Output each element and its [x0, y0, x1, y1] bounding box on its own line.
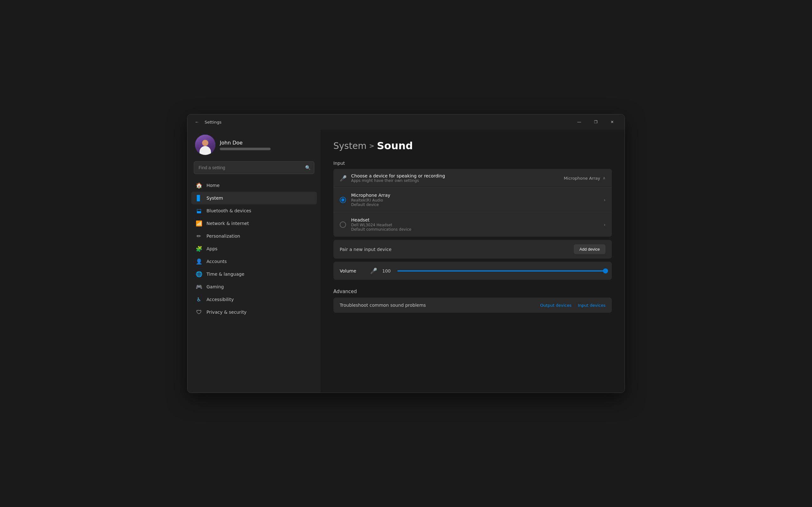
- chevron-up-icon: ∧: [603, 176, 606, 180]
- bluetooth-icon: ⬓: [196, 208, 202, 214]
- device-microphone-default: Default device: [351, 203, 599, 207]
- volume-card: Volume 🎤 100: [334, 262, 612, 280]
- breadcrumb-parent: System: [334, 141, 366, 151]
- device-headset-name: Headset: [351, 217, 599, 222]
- device-row-microphone[interactable]: Microphone Array Realtek(R) Audio Defaul…: [334, 187, 612, 212]
- back-button[interactable]: ←: [193, 118, 201, 126]
- output-devices-link[interactable]: Output devices: [540, 303, 571, 308]
- volume-value: 100: [382, 268, 392, 274]
- chevron-right-icon-mic: ›: [604, 198, 606, 203]
- accessibility-icon: ♿: [196, 296, 202, 302]
- settings-window: ← Settings — ❐ ✕: [187, 114, 625, 393]
- search-box: 🔍: [194, 161, 314, 174]
- title-bar-left: ← Settings: [193, 118, 568, 126]
- sidebar-item-accounts[interactable]: 👤 Accounts: [191, 255, 317, 268]
- sidebar-label-time: Time & language: [206, 272, 244, 277]
- sidebar-item-home[interactable]: 🏠 Home: [191, 179, 317, 192]
- title-bar: ← Settings — ❐ ✕: [188, 114, 624, 130]
- chevron-right-icon-headset: ›: [604, 222, 606, 227]
- volume-slider-track[interactable]: [397, 270, 606, 272]
- input-header-subtitle: Apps might have their own settings: [351, 178, 559, 183]
- input-section-label: Input: [334, 161, 612, 166]
- sidebar-label-system: System: [206, 195, 223, 201]
- pair-row: Pair a new input device Add device: [334, 240, 612, 259]
- sidebar-label-accounts: Accounts: [206, 259, 227, 264]
- device-microphone-info: Microphone Array Realtek(R) Audio Defaul…: [351, 193, 599, 207]
- avatar-image: [195, 135, 215, 155]
- input-devices-link[interactable]: Input devices: [578, 303, 606, 308]
- minimize-button[interactable]: —: [572, 117, 587, 127]
- network-icon: 📶: [196, 220, 202, 227]
- sidebar-label-accessibility: Accessibility: [206, 297, 234, 302]
- troubleshoot-card: Troubleshoot common sound problems Outpu…: [334, 297, 612, 313]
- breadcrumb-current: Sound: [377, 140, 413, 152]
- title-controls: — ❐ ✕: [572, 117, 619, 127]
- home-icon: 🏠: [196, 182, 202, 188]
- sidebar-label-bluetooth: Bluetooth & devices: [206, 208, 251, 213]
- close-button[interactable]: ✕: [605, 117, 619, 127]
- advanced-section-label: Advanced: [334, 289, 612, 294]
- sidebar-item-network[interactable]: 📶 Network & internet: [191, 217, 317, 230]
- radio-microphone[interactable]: [340, 197, 346, 203]
- breadcrumb: System > Sound: [334, 140, 612, 152]
- system-icon: ▊: [196, 195, 202, 201]
- window-title: Settings: [205, 120, 221, 124]
- restore-button[interactable]: ❐: [589, 117, 603, 127]
- volume-microphone-icon: 🎤: [370, 268, 377, 274]
- volume-slider-fill: [397, 270, 606, 272]
- user-account-bar: [220, 148, 270, 150]
- device-headset-info: Headset Dell WL3024 Headset Default comm…: [351, 217, 599, 232]
- avatar: [195, 135, 215, 155]
- input-header-row[interactable]: 🎤 Choose a device for speaking or record…: [334, 169, 612, 187]
- sidebar-item-apps[interactable]: 🧩 Apps: [191, 242, 317, 255]
- gaming-icon: 🎮: [196, 284, 202, 290]
- sidebar-label-privacy: Privacy & security: [206, 309, 247, 315]
- sidebar-item-accessibility[interactable]: ♿ Accessibility: [191, 293, 317, 306]
- time-icon: 🌐: [196, 271, 202, 277]
- sidebar-item-gaming[interactable]: 🎮 Gaming: [191, 280, 317, 293]
- device-headset-subtitle: Dell WL3024 Headset: [351, 223, 599, 227]
- device-row-headset[interactable]: Headset Dell WL3024 Headset Default comm…: [334, 212, 612, 237]
- personalization-icon: ✏️: [196, 233, 202, 239]
- pair-label: Pair a new input device: [340, 247, 392, 252]
- sidebar-item-time[interactable]: 🌐 Time & language: [191, 268, 317, 280]
- sidebar-label-network: Network & internet: [206, 221, 249, 226]
- troubleshoot-label: Troubleshoot common sound problems: [340, 302, 426, 308]
- add-device-button[interactable]: Add device: [574, 244, 606, 254]
- volume-slider-thumb[interactable]: [603, 268, 608, 274]
- volume-label: Volume: [340, 268, 365, 274]
- device-microphone-name: Microphone Array: [351, 193, 599, 198]
- radio-headset[interactable]: [340, 222, 346, 228]
- avatar-head: [202, 140, 208, 146]
- input-header-content: Choose a device for speaking or recordin…: [351, 173, 559, 183]
- sidebar: John Doe 🔍 🏠 Home ▊ System: [188, 130, 321, 393]
- sidebar-label-home: Home: [206, 183, 219, 188]
- user-name: John Doe: [220, 140, 270, 146]
- selected-device-label: Microphone Array: [564, 176, 600, 181]
- user-info: John Doe: [220, 140, 270, 150]
- troubleshoot-links: Output devices Input devices: [540, 303, 606, 308]
- apps-icon: 🧩: [196, 245, 202, 252]
- input-header-right: Microphone Array ∧: [564, 176, 606, 181]
- input-header-title: Choose a device for speaking or recordin…: [351, 173, 559, 178]
- sidebar-item-personalization[interactable]: ✏️ Personalization: [191, 230, 317, 242]
- sidebar-nav: 🏠 Home ▊ System ⬓ Bluetooth & devices 📶 …: [191, 179, 317, 319]
- input-card: 🎤 Choose a device for speaking or record…: [334, 169, 612, 237]
- accounts-icon: 👤: [196, 258, 202, 265]
- breadcrumb-separator: >: [369, 142, 374, 150]
- device-microphone-subtitle: Realtek(R) Audio: [351, 198, 599, 203]
- sidebar-item-bluetooth[interactable]: ⬓ Bluetooth & devices: [191, 205, 317, 217]
- privacy-icon: 🛡: [196, 309, 202, 315]
- sidebar-item-privacy[interactable]: 🛡 Privacy & security: [191, 306, 317, 319]
- microphone-header-icon: 🎤: [340, 175, 347, 181]
- sidebar-label-apps: Apps: [206, 246, 217, 251]
- search-input[interactable]: [194, 161, 314, 174]
- sidebar-item-system[interactable]: ▊ System: [191, 192, 317, 205]
- avatar-person: [200, 138, 211, 155]
- user-section: John Doe: [191, 130, 317, 161]
- device-headset-default: Default communications device: [351, 227, 599, 232]
- sidebar-label-personalization: Personalization: [206, 233, 240, 239]
- avatar-body: [200, 146, 211, 155]
- sidebar-label-gaming: Gaming: [206, 284, 224, 289]
- main-content: System > Sound Input 🎤 Choose a device f…: [321, 130, 624, 393]
